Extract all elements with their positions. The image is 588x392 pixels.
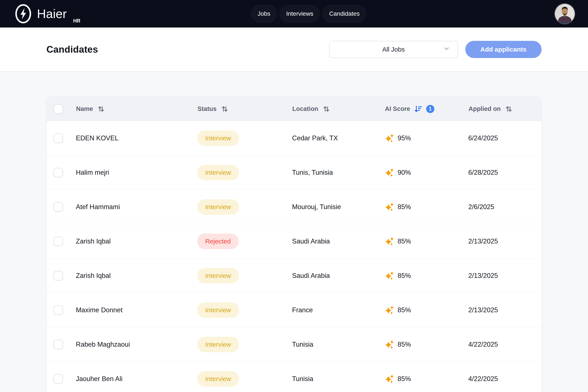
table-row[interactable]: Jaouher Ben Ali Interview Tunisia 85% 4/… xyxy=(47,362,542,392)
status-badge: Interview xyxy=(197,199,239,215)
sort-priority-badge: 1 xyxy=(426,105,434,113)
column-label: Name xyxy=(76,105,93,112)
user-avatar[interactable] xyxy=(555,4,575,24)
table-row[interactable]: EDEN KOVEL Interview Cedar Park, TX 95% … xyxy=(47,121,542,156)
applied-date: 2/6/2025 xyxy=(462,203,542,211)
ai-score-value: 85% xyxy=(398,238,411,245)
table-row[interactable]: Rabeb Maghzaoui Interview Tunisia 85% 4/… xyxy=(47,327,542,362)
status-badge: Interview xyxy=(197,371,239,387)
table-row[interactable]: Maxime Donnet Interview France 85% 2/13/… xyxy=(47,293,542,327)
row-checkbox[interactable] xyxy=(54,306,63,315)
ai-score-value: 95% xyxy=(398,134,411,142)
row-checkbox[interactable] xyxy=(54,340,63,349)
ai-score-cell: 85% xyxy=(379,202,462,212)
status-badge: Interview xyxy=(197,302,239,318)
table-body: EDEN KOVEL Interview Cedar Park, TX 95% … xyxy=(47,121,542,392)
row-checkbox-cell xyxy=(47,271,70,280)
row-checkbox[interactable] xyxy=(54,271,63,280)
sparkles-icon xyxy=(385,271,394,281)
candidate-location: Saudi Arabia xyxy=(286,238,379,245)
row-checkbox-cell xyxy=(47,168,70,177)
ai-score-value: 85% xyxy=(398,375,411,383)
ai-score-cell: 90% xyxy=(379,168,462,178)
status-cell: Rejected xyxy=(191,234,286,249)
status-cell: Interview xyxy=(191,337,286,352)
brand-logo: Haier HR xyxy=(14,2,80,25)
table-header-row: Name Status Location xyxy=(47,97,542,121)
sort-both-icon xyxy=(322,104,331,114)
select-all-checkbox[interactable] xyxy=(54,104,63,114)
top-navigation-bar: Haier HR Jobs Interviews Candidates xyxy=(0,0,588,28)
candidate-name: Rabeb Maghzaoui xyxy=(70,341,191,348)
ai-score-cell: 85% xyxy=(379,236,462,246)
job-filter-value: All Jobs xyxy=(382,46,405,53)
column-header-location[interactable]: Location xyxy=(286,97,379,121)
candidate-name: Zarish Iqbal xyxy=(70,238,191,245)
status-badge: Interview xyxy=(197,130,239,146)
content-area: Name Status Location xyxy=(0,71,588,392)
candidate-location: Tunisia xyxy=(286,375,379,383)
table-row[interactable]: Atef Hammami Interview Mourouj, Tunisie … xyxy=(47,190,542,224)
table-row[interactable]: Halim mejri Interview Tunis, Tunisia 90%… xyxy=(47,156,542,190)
column-header-name[interactable]: Name xyxy=(70,97,191,121)
applied-date: 4/22/2025 xyxy=(462,375,542,383)
ai-score-value: 85% xyxy=(398,306,411,314)
candidate-location: Tunis, Tunisia xyxy=(286,169,379,176)
row-checkbox-cell xyxy=(47,306,70,315)
nav-item-jobs[interactable]: Jobs xyxy=(251,5,277,23)
sparkles-icon xyxy=(385,305,394,315)
ai-score-value: 90% xyxy=(398,169,411,176)
row-checkbox-cell xyxy=(47,202,70,212)
main-nav: Jobs Interviews Candidates xyxy=(251,5,367,23)
status-badge: Interview xyxy=(197,165,239,180)
sort-desc-icon xyxy=(414,104,423,114)
status-badge: Interview xyxy=(197,337,239,352)
ai-score-cell: 85% xyxy=(379,340,462,350)
status-cell: Interview xyxy=(191,199,286,215)
applied-date: 2/13/2025 xyxy=(462,306,542,314)
status-cell: Interview xyxy=(191,268,286,284)
ai-score-cell: 85% xyxy=(379,271,462,281)
nav-item-candidates[interactable]: Candidates xyxy=(322,5,367,23)
row-checkbox[interactable] xyxy=(54,236,63,246)
sort-both-icon xyxy=(96,104,106,114)
table-row[interactable]: Zarish Iqbal Interview Saudi Arabia 85% … xyxy=(47,258,542,293)
nav-item-interviews[interactable]: Interviews xyxy=(280,5,320,23)
candidate-location: Mourouj, Tunisie xyxy=(286,203,379,211)
sort-both-icon xyxy=(220,104,229,114)
applied-date: 6/28/2025 xyxy=(462,169,542,176)
applied-date: 2/13/2025 xyxy=(462,272,542,280)
header-actions: All Jobs Add applicants xyxy=(329,41,542,58)
candidate-location: Tunisia xyxy=(286,341,379,348)
candidate-name: Maxime Donnet xyxy=(70,306,191,314)
sparkles-icon xyxy=(385,236,394,246)
candidate-name: Atef Hammami xyxy=(70,203,191,211)
status-cell: Interview xyxy=(191,130,286,146)
status-cell: Interview xyxy=(191,371,286,387)
applied-date: 2/13/2025 xyxy=(462,238,542,245)
sparkles-icon xyxy=(385,202,394,212)
add-applicants-button[interactable]: Add applicants xyxy=(465,41,542,58)
status-badge: Rejected xyxy=(197,234,238,249)
sparkles-icon xyxy=(385,168,394,178)
column-header-ai-score[interactable]: AI Score 1 xyxy=(379,97,462,121)
table-row[interactable]: Zarish Iqbal Rejected Saudi Arabia 85% 2… xyxy=(47,224,542,258)
sparkles-icon xyxy=(385,133,394,143)
job-filter-select[interactable]: All Jobs xyxy=(329,41,458,58)
page-header: Candidates All Jobs Add applicants xyxy=(0,28,588,71)
row-checkbox[interactable] xyxy=(54,168,63,177)
column-header-applied-on[interactable]: Applied on xyxy=(462,97,542,121)
row-checkbox[interactable] xyxy=(54,134,63,143)
candidate-location: Saudi Arabia xyxy=(286,272,379,280)
brand-suffix: HR xyxy=(73,18,80,24)
sparkles-icon xyxy=(385,374,394,384)
column-label: AI Score xyxy=(385,105,410,112)
bolt-icon xyxy=(14,2,32,25)
status-cell: Interview xyxy=(191,302,286,318)
row-checkbox[interactable] xyxy=(54,202,63,212)
column-header-status[interactable]: Status xyxy=(191,97,286,121)
sparkles-icon xyxy=(385,340,394,350)
row-checkbox[interactable] xyxy=(54,374,63,384)
candidate-location: France xyxy=(286,306,379,314)
select-all-cell xyxy=(47,97,70,121)
